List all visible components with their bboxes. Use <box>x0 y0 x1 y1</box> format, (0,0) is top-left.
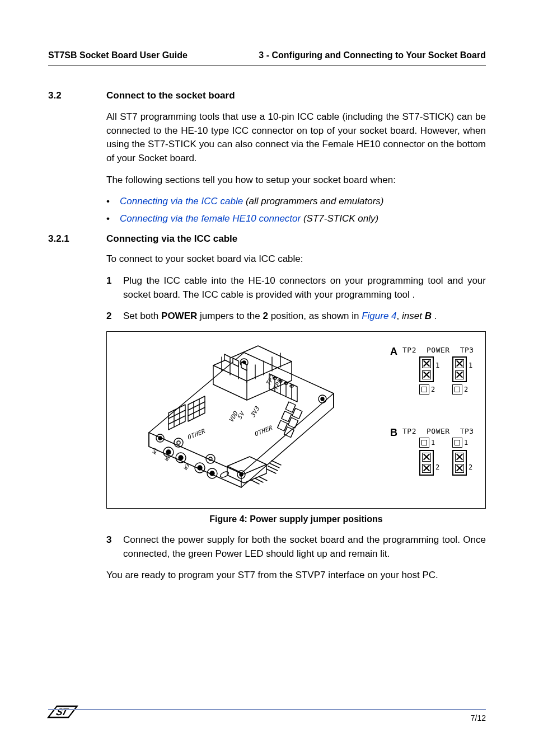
step-body: Connect the power supply for both the so… <box>123 533 486 561</box>
bullet-rest: (ST7-STICK only) <box>303 213 378 224</box>
svg-line-61 <box>270 463 279 468</box>
inset-tp3-label: TP3 <box>458 346 474 354</box>
body-paragraph: To connect to your socket board via ICC … <box>106 252 486 266</box>
bullet-dot-icon: • <box>106 212 120 226</box>
inset-power-label: POWER <box>423 427 453 435</box>
svg-line-64 <box>255 478 263 482</box>
inset-tp2-label: TP2 <box>402 346 418 354</box>
numbered-list: 1 Plug the ICC cable into the HE-10 conn… <box>106 274 486 323</box>
link-he10-connector[interactable]: Connecting via the female HE10 connector <box>120 213 301 224</box>
inset-b-label: B <box>390 427 397 439</box>
link-figure-4[interactable]: Figure 4 <box>362 311 396 321</box>
jumper-tp2-a: 1 2 <box>419 356 441 395</box>
jumper-selection-icon <box>419 356 434 382</box>
step-item: 1 Plug the ICC cable into the HE-10 conn… <box>106 274 486 302</box>
step-item: 3 Connect the power supply for both the … <box>106 533 486 561</box>
jumper-pin-open-icon <box>419 384 429 395</box>
step-number: 1 <box>106 274 123 302</box>
body-paragraph: The following sections tell you how to s… <box>106 173 486 187</box>
inset-power-label: POWER <box>423 346 453 354</box>
svg-line-59 <box>266 469 276 473</box>
page-number: 7/12 <box>48 713 486 722</box>
jumper-pin-open-icon <box>419 438 429 448</box>
jumper-tp3-b: 1 2 <box>452 438 474 476</box>
svg-marker-26 <box>224 354 230 363</box>
section-heading: 3.2 Connect to the socket board <box>48 90 486 101</box>
bullet-dot-icon: • <box>106 195 120 209</box>
step-body: Plug the ICC cable into the HE-10 connec… <box>123 274 486 302</box>
svg-point-45 <box>166 450 171 454</box>
jumper-tp3-a: 1 2 <box>452 356 474 395</box>
link-icc-cable[interactable]: Connecting via the ICC cable <box>120 196 243 206</box>
jumper-tp2-b: 1 2 <box>419 438 441 476</box>
svg-line-60 <box>268 466 278 471</box>
svg-point-47 <box>179 456 183 460</box>
svg-point-11 <box>321 397 324 401</box>
figure-4: OTHER VDD 5V 3V3 OTHER TP3 TP2 W1 W2 W3 … <box>106 331 486 524</box>
header-right: 3 - Configuring and Connecting to Your S… <box>259 50 486 60</box>
step-body: Set both POWER jumpers to the 2 position… <box>123 309 486 323</box>
section-title: Connect to the socket board <box>106 90 235 101</box>
jumper-selection-icon <box>419 450 434 476</box>
jumper-pin-open-icon <box>452 438 462 448</box>
socket-board-illustration: OTHER VDD 5V 3V3 OTHER TP3 TP2 W1 W2 W3 <box>129 340 348 500</box>
inset-a-label: A <box>390 346 397 358</box>
svg-point-7 <box>158 436 162 440</box>
page-footer: 7/12 <box>48 709 486 722</box>
subsection-title: Connecting via the ICC cable <box>106 233 237 245</box>
body-paragraph: All ST7 programming tools that use a 10-… <box>106 110 486 166</box>
step-number: 3 <box>106 533 123 561</box>
header-rule <box>48 65 486 65</box>
bullet-rest: (all programmers and emulators) <box>246 196 384 206</box>
svg-line-62 <box>271 461 281 465</box>
figure-inset-b: B TP2 POWER TP3 1 <box>402 427 474 476</box>
inset-tp3-label: TP3 <box>458 427 474 435</box>
svg-line-63 <box>251 480 259 484</box>
step-item: 2 Set both POWER jumpers to the 2 positi… <box>106 309 486 323</box>
footer-rule <box>48 709 486 710</box>
svg-point-53 <box>210 471 214 476</box>
header-left: ST7SB Socket Board User Guide <box>48 50 188 60</box>
jumper-selection-icon <box>452 356 467 382</box>
svg-point-51 <box>198 466 202 470</box>
bullet-list: • Connecting via the ICC cable (all prog… <box>106 195 486 226</box>
step-number: 2 <box>106 309 123 323</box>
section-number: 3.2 <box>48 90 106 101</box>
inset-tp2-label: TP2 <box>402 427 418 435</box>
figure-caption: Figure 4: Power supply jumper positions <box>106 514 486 524</box>
body-paragraph: You are ready to program your ST7 from t… <box>106 569 486 583</box>
jumper-selection-icon <box>452 450 467 476</box>
jumper-pin-open-icon <box>452 384 462 395</box>
subsection-heading: 3.2.1 Connecting via the ICC cable <box>48 233 486 245</box>
figure-inset-a: A TP2 POWER TP3 1 <box>402 346 474 395</box>
numbered-list-continued: 3 Connect the power supply for both the … <box>106 533 486 561</box>
svg-line-65 <box>259 477 267 481</box>
figure-frame: OTHER VDD 5V 3V3 OTHER TP3 TP2 W1 W2 W3 … <box>106 331 486 509</box>
bullet-item: • Connecting via the ICC cable (all prog… <box>106 195 486 209</box>
bullet-item: • Connecting via the female HE10 connect… <box>106 212 486 226</box>
subsection-number: 3.2.1 <box>48 233 106 245</box>
